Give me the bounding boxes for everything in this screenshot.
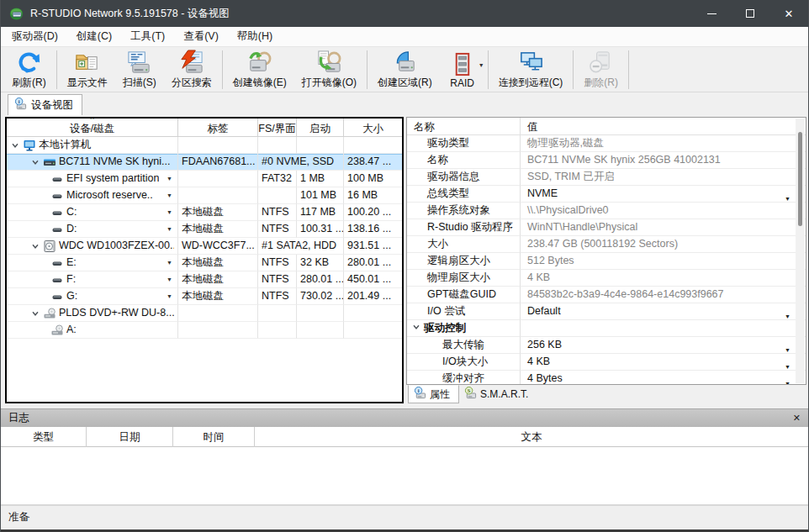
- device-table-row[interactable]: 本地计算机 ▼: [7, 137, 402, 154]
- property-row[interactable]: I/O块大小 4 KB ▼: [407, 354, 806, 371]
- expander-chevron-icon[interactable]: [30, 309, 40, 318]
- row-dropdown-icon[interactable]: ▼: [167, 187, 174, 203]
- row-dropdown-icon[interactable]: ▼: [167, 271, 174, 287]
- minimize-button[interactable]: [692, 0, 731, 27]
- menu-item[interactable]: 创建(C): [67, 27, 121, 46]
- value-dropdown-icon[interactable]: ▼: [785, 376, 790, 385]
- property-row[interactable]: 驱动类型 物理驱动器,磁盘 ▼: [407, 135, 806, 152]
- group-chevron-icon[interactable]: [412, 320, 420, 336]
- partition-icon: [50, 273, 64, 287]
- device-table-row[interactable]: BC711 NVMe SK hyni... ▼ FDAAN67681... #0…: [7, 154, 402, 171]
- row-dropdown-icon[interactable]: ▼: [167, 255, 174, 271]
- log-column-header[interactable]: 日期: [87, 427, 173, 447]
- close-button[interactable]: ✕: [769, 0, 808, 27]
- toolbar-button[interactable]: 刷新(R) ▼: [4, 49, 54, 91]
- property-row[interactable]: 总线类型 NVME ▼: [407, 186, 806, 203]
- label-cell: 本地磁盘: [178, 255, 258, 271]
- device-table-row[interactable]: WDC WD1003FZEX-00... ▼ WD-WCC3F7... #1 S…: [7, 238, 402, 255]
- property-row[interactable]: 大小 238.47 GB (500118192 Sectors) ▼: [407, 236, 806, 253]
- start-cell: 117 MB: [297, 204, 344, 221]
- device-table-row[interactable]: A: ▼: [7, 322, 402, 339]
- partition-icon: [50, 223, 64, 236]
- expander-chevron-icon[interactable]: [30, 158, 40, 166]
- toolbar-button[interactable]: 分区搜索 ▼: [164, 49, 219, 91]
- partition-icon: [50, 172, 64, 186]
- device-name: E:: [66, 255, 77, 271]
- device-table-row[interactable]: F: ▼ 本地磁盘 NTFS 280.01 ... 450.01 ...: [7, 271, 402, 288]
- menu-item[interactable]: 帮助(H): [228, 27, 282, 46]
- property-row[interactable]: 名称 BC711 NVMe SK hynix 256GB 41002131 ▼: [407, 152, 806, 169]
- value-dropdown-icon[interactable]: ▼: [785, 359, 790, 371]
- row-dropdown-icon[interactable]: ▼: [167, 204, 174, 220]
- property-row[interactable]: 物理扇区大小 4 KB ▼: [407, 270, 806, 287]
- row-dropdown-icon[interactable]: ▼: [167, 171, 174, 187]
- property-row[interactable]: I/O 尝试 Default ▼: [407, 303, 806, 320]
- device-name: EFI system partition: [66, 171, 159, 187]
- device-table-row[interactable]: D: ▼ 本地磁盘 NTFS 100.31 ... 138.16 ...: [7, 221, 402, 238]
- menu-item[interactable]: 工具(T): [121, 27, 174, 46]
- menu-item[interactable]: 驱动器(D): [3, 27, 67, 46]
- properties-tab[interactable]: S S.M.A.R.T.: [459, 385, 537, 403]
- property-row[interactable]: R-Studio 驱动程序 WinNT\Handle\Physical ▼: [407, 219, 806, 236]
- maximize-button[interactable]: [731, 0, 769, 27]
- property-column-header[interactable]: 名称: [407, 118, 521, 136]
- close-icon: ✕: [785, 8, 794, 19]
- value-dropdown-icon[interactable]: ▼: [785, 191, 790, 203]
- device-table-row[interactable]: C: ▼ 本地磁盘 NTFS 117 MB 100.20 ...: [7, 204, 402, 221]
- value-dropdown-icon[interactable]: ▼: [785, 308, 790, 320]
- properties-tab[interactable]: i 属性: [408, 385, 459, 403]
- property-value: 512 Bytes: [527, 255, 574, 266]
- log-close-button[interactable]: ✕: [793, 413, 801, 423]
- toolbar-button[interactable]: RAID ▼: [440, 49, 485, 91]
- property-value-cell: 物理驱动器,磁盘 ▼: [521, 135, 806, 152]
- device-table-row[interactable]: PLDS DVD+-RW DU-8... ▼: [7, 305, 402, 322]
- toolbar-button[interactable]: 创建镜像(E) ▼: [225, 49, 294, 91]
- row-dropdown-icon[interactable]: ▼: [167, 221, 174, 237]
- device-column-header[interactable]: 设备/磁盘^: [7, 119, 178, 136]
- menu-item[interactable]: 查看(V): [174, 27, 228, 46]
- value-dropdown-icon[interactable]: ▼: [785, 342, 790, 354]
- property-row[interactable]: GPT磁盘GUID 84583b2c-b3a9-4c4e-9864-e14c99…: [407, 287, 806, 303]
- property-value: 238.47 GB (500118192 Sectors): [527, 238, 678, 250]
- property-value-cell: WinNT\Handle\Physical ▼: [521, 219, 806, 236]
- device-table-row[interactable]: Microsoft reserve.. ▼ 101 MB 16 MB: [7, 187, 402, 204]
- device-column-header[interactable]: FS/界面: [258, 119, 297, 136]
- property-row[interactable]: 缓冲对齐 4 Bytes ▼: [407, 371, 806, 385]
- toolbar-button[interactable]: 连接到远程(C) ▼: [491, 49, 571, 91]
- expander-chevron-icon[interactable]: [10, 141, 20, 150]
- property-row[interactable]: 驱动控制 ▼: [407, 320, 806, 337]
- scrollbar-thumb[interactable]: [798, 132, 802, 226]
- device-column-header[interactable]: 启动: [297, 119, 344, 136]
- property-row[interactable]: 最大传输 256 KB ▼: [407, 337, 806, 354]
- app-window: R-STUDIO Network 9.5.191578 - 设备视图 ✕ 驱动器…: [0, 0, 809, 532]
- property-column-header[interactable]: 值: [521, 118, 806, 136]
- toolbar-button[interactable]: 扫描(S) ▼: [115, 49, 164, 91]
- toolbar-button[interactable]: 显示文件 ▼: [60, 49, 115, 91]
- tab-device-view[interactable]: i 设备视图: [8, 94, 82, 115]
- property-row[interactable]: 驱动器信息 SSD, TRIM 已开启 ▼: [407, 169, 806, 186]
- device-table-header: 设备/磁盘^标签FS/界面启动大小: [7, 119, 402, 137]
- property-name-cell: 驱动控制: [407, 320, 521, 337]
- device-name: Microsoft reserve..: [66, 187, 153, 203]
- toolbar-button[interactable]: 创建区域(R) ▼: [370, 49, 440, 91]
- toolbar-button-label: 删除(R): [584, 76, 618, 90]
- log-column-header[interactable]: 类型: [1, 427, 87, 447]
- device-table-row[interactable]: E: ▼ 本地磁盘 NTFS 32 KB 280.01 ...: [7, 255, 402, 271]
- property-name-cell: 总线类型: [407, 186, 521, 203]
- toolbar-separator: [628, 50, 629, 89]
- toolbar-button[interactable]: 打开镜像(O) ▼: [294, 49, 364, 91]
- log-column-header[interactable]: 时间: [173, 427, 255, 447]
- property-value-cell: 4 KB ▼: [521, 270, 806, 287]
- start-cell: 730.02 ...: [297, 288, 344, 305]
- toolbar-dropdown-arrow-icon[interactable]: ▼: [479, 62, 484, 68]
- properties-scrollbar[interactable]: [796, 119, 805, 383]
- expander-chevron-icon[interactable]: [30, 242, 40, 250]
- device-column-header[interactable]: 大小: [344, 119, 402, 136]
- property-row[interactable]: 逻辑扇区大小 512 Bytes ▼: [407, 253, 806, 270]
- log-column-header[interactable]: 文本: [255, 427, 808, 447]
- row-dropdown-icon[interactable]: ▼: [167, 288, 174, 304]
- device-column-header[interactable]: 标签: [178, 119, 258, 136]
- device-table-row[interactable]: EFI system partition ▼ FAT32 1 MB 100 MB: [7, 171, 402, 187]
- device-table-row[interactable]: G: ▼ 本地磁盘 NTFS 730.02 ... 201.49 ...: [7, 288, 402, 305]
- property-row[interactable]: 操作系统对象 \\.\PhysicalDrive0 ▼: [407, 203, 806, 219]
